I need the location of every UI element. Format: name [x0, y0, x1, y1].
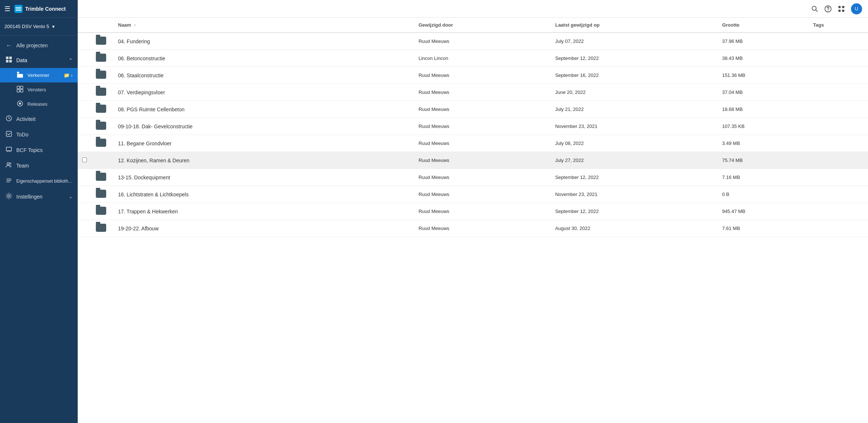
svg-rect-8 [20, 86, 23, 89]
svg-rect-7 [17, 86, 20, 89]
table-row[interactable]: 16. Lichtstraten & LichtkoepelsRuud Meeu… [78, 186, 868, 203]
col-checkbox [78, 18, 93, 33]
row-modified-by: Ruud Meeuws [413, 135, 549, 152]
topbar: U [78, 0, 868, 18]
table-row[interactable]: 19-20-22. AfbouwRuud MeeuwsAugust 30, 20… [78, 220, 868, 237]
row-name: 11. Begane Grondvloer [112, 135, 413, 152]
sidebar-item-todo[interactable]: ToDo [0, 127, 78, 142]
table-row[interactable]: 17. Trappen & HekwerkenRuud MeeuwsSeptem… [78, 203, 868, 220]
bcf-icon [5, 146, 13, 154]
folder-icon [96, 173, 106, 181]
row-name: 12. Kozijnen, Ramen & Deuren [112, 152, 413, 169]
table-row[interactable]: 06. BetonconstructieLincon LinconSeptemb… [78, 50, 868, 67]
row-modified-on: September 12, 2022 [549, 203, 716, 220]
activiteit-icon [5, 115, 13, 123]
col-tags[interactable]: Tags [807, 18, 868, 33]
table-row[interactable]: 07. VerdiepingsvloerRuud MeeuwsJune 20, … [78, 84, 868, 101]
instellingen-icon [5, 193, 13, 201]
table-row[interactable]: 11. Begane GrondvloerRuud MeeuwsJuly 08,… [78, 135, 868, 152]
col-modified-by[interactable]: Gewijzigd door [413, 18, 549, 33]
folder-icon [96, 54, 106, 62]
row-checkbox-cell [78, 118, 93, 135]
folder-icon [96, 190, 106, 198]
row-tags [807, 67, 868, 84]
row-modified-on: July 21, 2022 [549, 101, 716, 118]
verkenner-more-icon[interactable]: › [71, 72, 73, 78]
row-name: 19-20-22. Afbouw [112, 220, 413, 237]
folder-icon [96, 207, 106, 215]
table-row[interactable]: 04. FunderingRuud MeeuwsJuly 07, 202237.… [78, 33, 868, 50]
row-checkbox[interactable] [82, 158, 87, 162]
col-size[interactable]: Grootte [716, 18, 807, 33]
row-size: 7.16 MB [716, 169, 807, 186]
apps-grid-icon[interactable] [838, 5, 845, 13]
folder-icon [96, 105, 106, 113]
sidebar-item-activiteit[interactable]: Activiteit [0, 111, 78, 127]
sidebar-item-vensters[interactable]: Vensters [0, 82, 78, 97]
sidebar-item-bcf-topics[interactable]: BCF Topics [0, 142, 78, 158]
row-size: 107.35 KB [716, 118, 807, 135]
sidebar: ☰ Trimble Connect 200145 DSV Venlo 5 ▼ ←… [0, 0, 78, 423]
row-modified-on: November 23, 2021 [549, 118, 716, 135]
verkenner-folder-icon[interactable]: 📁 [64, 72, 70, 78]
row-checkbox-cell [78, 135, 93, 152]
row-tags [807, 152, 868, 169]
svg-point-20 [828, 10, 828, 11]
svg-rect-3 [6, 60, 9, 62]
svg-rect-5 [17, 72, 19, 74]
svg-rect-23 [838, 10, 841, 12]
row-modified-on: September 12, 2022 [549, 169, 716, 186]
table-row[interactable]: 12. Kozijnen, Ramen & DeurenRuud MeeuwsJ… [78, 152, 868, 169]
svg-rect-22 [842, 6, 844, 8]
sidebar-item-alle-projecten[interactable]: ← Alle projecten [0, 38, 78, 53]
table-row[interactable]: 08. PGS Ruimte CellenbetonRuud MeeuwsJul… [78, 101, 868, 118]
table-row[interactable]: 13-15. DockequipmentRuud MeeuwsSeptember… [78, 169, 868, 186]
vensters-icon [16, 86, 24, 94]
hamburger-icon[interactable]: ☰ [4, 5, 10, 13]
row-checkbox-cell [78, 203, 93, 220]
col-naam[interactable]: Naam ↑ [112, 18, 413, 33]
row-name-text: 17. Trappen & Hekwerken [118, 209, 178, 214]
sidebar-item-verkenner[interactable]: Verkenner 📁 › [0, 68, 78, 82]
sidebar-section-data[interactable]: Data ⌃ [0, 53, 78, 68]
svg-rect-24 [842, 10, 844, 12]
row-modified-by: Ruud Meeuws [413, 84, 549, 101]
row-name-text: 06. Betonconstructie [118, 55, 165, 61]
row-name: 17. Trappen & Hekwerken [112, 203, 413, 220]
project-chevron-icon: ▼ [51, 24, 55, 29]
row-modified-by: Ruud Meeuws [413, 203, 549, 220]
row-folder-icon-cell [93, 169, 112, 186]
row-name: 07. Verdiepingsvloer [112, 84, 413, 101]
row-name: 04. Fundering [112, 33, 413, 50]
team-icon [5, 162, 13, 170]
help-icon[interactable] [824, 5, 832, 13]
table-row[interactable]: 09-10-18. Dak- GevelconstructieRuud Meeu… [78, 118, 868, 135]
row-modified-on: August 30, 2022 [549, 220, 716, 237]
row-name-text: 09-10-18. Dak- Gevelconstructie [118, 123, 193, 129]
folder-icon [96, 224, 106, 232]
project-selector[interactable]: 200145 DSV Venlo 5 ▼ [0, 18, 78, 35]
svg-point-18 [812, 6, 816, 10]
col-modified-on[interactable]: Laatst gewijzigd op [549, 18, 716, 33]
col-folder-icon [93, 18, 112, 33]
svg-point-15 [7, 163, 9, 165]
search-icon[interactable] [811, 5, 818, 13]
row-name-text: 08. PGS Ruimte Cellenbeton [118, 106, 185, 112]
folder-icon [96, 37, 106, 45]
table-row[interactable]: 06. StaalconstructieRuud MeeuwsSeptember… [78, 67, 868, 84]
releases-icon [16, 100, 24, 108]
sidebar-item-eigenschappenset[interactable]: Eigenschappenset biblioth... [0, 173, 78, 189]
svg-rect-21 [838, 6, 841, 8]
sidebar-item-instellingen[interactable]: Instellingen ⌄ [0, 189, 78, 204]
releases-label: Releases [27, 101, 47, 107]
project-name: 200145 DSV Venlo 5 [4, 24, 49, 29]
trimble-logo-icon [14, 4, 23, 13]
row-modified-on: November 23, 2021 [549, 186, 716, 203]
row-folder-icon-cell [93, 203, 112, 220]
verkenner-actions: 📁 › [64, 72, 73, 78]
sidebar-item-team[interactable]: Team [0, 158, 78, 173]
eigenschappenset-label: Eigenschappenset biblioth... [16, 179, 73, 184]
user-avatar[interactable]: U [851, 3, 862, 14]
sidebar-item-releases[interactable]: Releases [0, 97, 78, 111]
instellingen-label: Instellingen [16, 194, 65, 200]
